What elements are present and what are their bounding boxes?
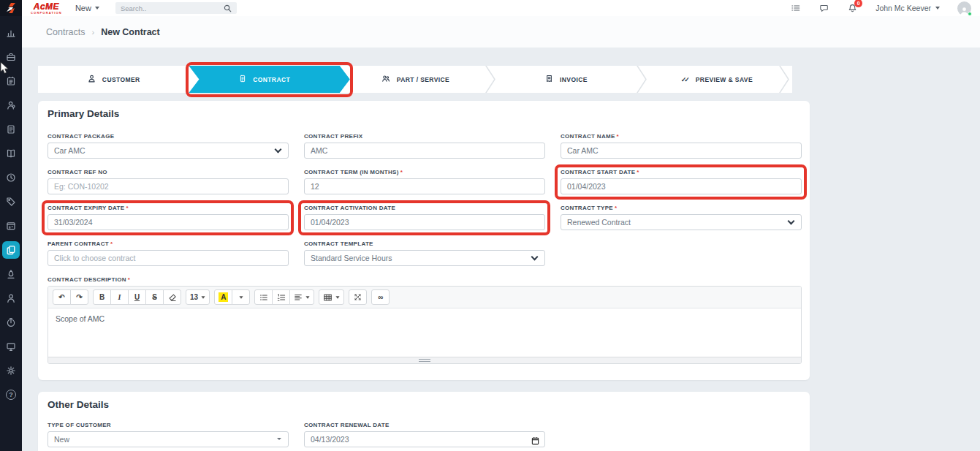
menu-list-icon[interactable] [790,3,801,13]
contract-renewal-date-input[interactable] [304,431,545,447]
contract-activation-date-input[interactable] [304,214,545,230]
sidebar-users-icon[interactable] [4,292,18,305]
breadcrumb-contracts-link[interactable]: Contracts [46,27,86,37]
global-search[interactable] [115,2,237,14]
tab-customer[interactable]: CUSTOMER [38,66,189,93]
tab-customer-label: CUSTOMER [102,76,140,83]
new-button[interactable]: New [75,4,99,12]
field-contract-term: CONTRACT TERM (IN MONTHS)* [304,169,545,194]
sidebar-dashboard-icon[interactable] [4,26,18,39]
link-icon[interactable]: ∞ [371,289,390,305]
sidebar-jobs-icon[interactable] [4,50,18,64]
tab-preview-save-label: PREVIEW & SAVE [696,76,753,83]
brand-name: AcME [34,2,59,11]
editor-resize-handle[interactable] [48,357,801,363]
contract-template-label: CONTRACT TEMPLATE [304,240,373,247]
contract-name-label: CONTRACT NAME [561,133,615,140]
contract-prefix-input[interactable] [304,143,545,159]
tab-part-service[interactable]: PART / SERVICE [340,66,490,93]
type-of-customer-select[interactable] [48,431,289,447]
chevron-down-icon [239,296,243,298]
underline-icon[interactable]: U [128,289,146,305]
clear-format-eraser-icon[interactable] [163,289,181,305]
top-bar: AcME CORPORATION New 0 John Mc Keever [22,0,980,16]
field-contract-name: CONTRACT NAME* [561,133,802,159]
redo-icon[interactable]: ↷ [70,289,88,305]
contract-renewal-date-label: CONTRACT RENEWAL DATE [304,422,390,428]
online-status-dot [968,12,972,16]
tab-invoice[interactable]: INVOICE [490,66,641,93]
sidebar-time-icon[interactable] [4,171,18,184]
chat-icon[interactable] [818,3,829,13]
contract-expiry-date-input[interactable] [48,214,289,230]
sidebar-invoices-icon[interactable] [4,123,18,136]
sidebar-pricebook-icon[interactable] [4,147,18,160]
sidebar-customers-icon[interactable] [4,99,18,112]
contract-description-label: CONTRACT DESCRIPTION [48,276,126,283]
font-color-button[interactable]: A [214,289,232,305]
chevron-down-icon [306,296,310,298]
app-logo-icon[interactable] [0,0,22,16]
table-button[interactable] [319,289,344,305]
primary-details-card: Primary Details CONTRACT PACKAGE CONTRAC… [38,101,810,380]
contract-type-select[interactable] [561,214,802,230]
contract-start-date-label: CONTRACT START DATE [561,169,635,175]
sidebar-help-icon[interactable]: ? [4,388,18,401]
sidebar-settings-icon[interactable] [4,364,18,377]
other-details-card: Other Details TYPE OF CUSTOMER CONTRACT … [38,392,810,451]
left-sidebar: ? [0,0,22,451]
fullscreen-icon[interactable] [349,289,367,305]
avatar[interactable] [957,1,971,15]
undo-icon[interactable]: ↶ [53,289,71,305]
contract-ref-no-label: CONTRACT REF NO [48,169,107,175]
sidebar-schedule-icon[interactable] [4,75,18,88]
bold-icon[interactable]: B [93,289,111,305]
align-paragraph-button[interactable] [289,289,314,305]
contract-package-select[interactable] [48,143,289,159]
new-button-label: New [75,4,91,12]
field-contract-start-date: CONTRACT START DATE* [561,169,802,194]
contract-ref-no-input[interactable] [48,178,289,194]
contract-template-select[interactable] [304,250,545,266]
font-size-button[interactable]: 13 [186,289,210,305]
other-details-form: TYPE OF CUSTOMER CONTRACT RENEWAL DATE [48,422,802,447]
field-contract-activation-date: CONTRACT ACTIVATION DATE [304,205,545,230]
tab-preview-save[interactable]: ✓✓ PREVIEW & SAVE [642,66,792,93]
tab-contract-label: CONTRACT [253,76,290,83]
primary-details-form: CONTRACT PACKAGE CONTRACT PREFIX CONTRAC… [48,133,802,364]
notifications-bell-icon[interactable]: 0 [847,3,858,14]
field-contract-ref-no: CONTRACT REF NO [48,169,289,194]
description-editor-content[interactable]: Scope of AMC [48,308,801,357]
required-asterisk: * [128,276,130,283]
brand-subtitle: CORPORATION [31,12,62,15]
sidebar-assets-icon[interactable] [4,268,18,281]
bullet-list-icon[interactable] [254,289,273,305]
tab-contract[interactable]: CONTRACT [189,66,339,93]
sidebar-reports-icon[interactable] [4,316,18,329]
field-contract-prefix: CONTRACT PREFIX [304,133,545,159]
person-icon [87,74,96,85]
user-menu[interactable]: John Mc Keever [875,4,940,12]
sidebar-devices-icon[interactable] [4,340,18,353]
sidebar-contracts-icon[interactable] [2,241,20,259]
sidebar-tags-icon[interactable] [4,195,18,208]
parent-contract-input[interactable] [48,250,289,266]
font-color-letter: A [219,292,228,302]
brand-logo[interactable]: AcME CORPORATION [31,2,62,15]
italic-icon[interactable]: I [110,289,129,305]
parent-contract-label: PARENT CONTRACT [48,240,109,247]
contract-start-date-input[interactable] [561,178,802,194]
tab-part-service-label: PART / SERVICE [397,76,449,83]
font-color-dropdown[interactable] [232,289,250,305]
contract-term-input[interactable] [304,178,545,194]
strikethrough-icon[interactable]: S [145,289,164,305]
search-icon[interactable] [223,4,232,12]
double-check-icon: ✓✓ [681,76,688,83]
chevron-down-icon [935,7,940,10]
contract-expiry-date-label: CONTRACT EXPIRY DATE [48,205,124,211]
search-input[interactable] [121,4,223,12]
contract-name-input[interactable] [561,143,802,159]
numbered-list-icon[interactable] [272,289,290,305]
sidebar-ledger-icon[interactable] [4,219,18,232]
other-details-title: Other Details [48,399,802,410]
